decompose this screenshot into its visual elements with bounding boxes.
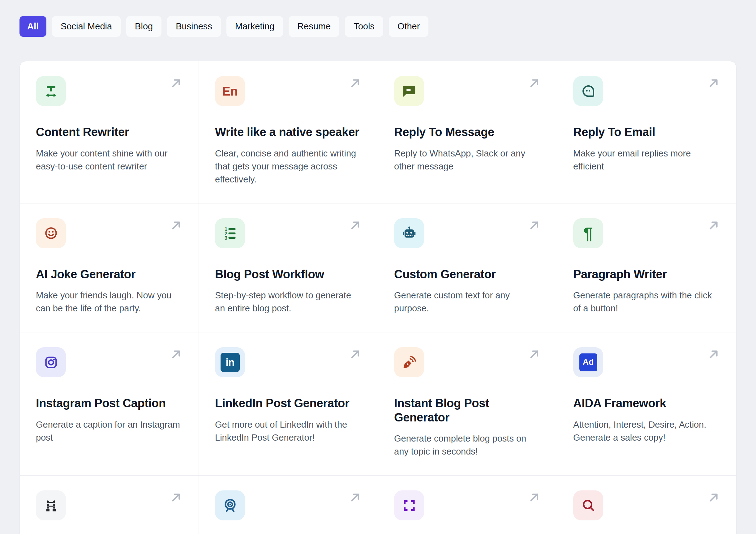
card-description: Generate a caption for an Instagram post <box>36 418 182 444</box>
open-arrow-icon[interactable] <box>706 490 721 505</box>
card-description: Step-by-step workflow to generate an ent… <box>215 289 362 315</box>
card-linkedin-post-generator[interactable]: in LinkedIn Post Generator Get more out … <box>199 333 378 475</box>
filter-pill-resume[interactable]: Resume <box>289 16 339 37</box>
card-description: Make your email replies more efficient <box>573 147 720 173</box>
card-title: Reply To Email <box>573 125 720 140</box>
card-custom-generator[interactable]: Custom Generator Generate custom text fo… <box>378 203 557 333</box>
open-arrow-icon[interactable] <box>526 347 542 362</box>
card-title: Custom Generator <box>394 267 541 282</box>
message-dots-icon <box>573 76 603 106</box>
filter-pill-tools[interactable]: Tools <box>345 16 383 37</box>
expand-corners-icon <box>394 491 424 521</box>
instagram-icon <box>36 347 66 377</box>
card-reply-to-email[interactable]: Reply To Email Make your email replies m… <box>557 61 736 203</box>
card-paragraph-writer[interactable]: ¶ Paragraph Writer Generate paragraphs w… <box>557 203 736 333</box>
open-arrow-icon[interactable] <box>168 75 184 91</box>
card-description: Make your friends laugh. Now you can be … <box>36 289 182 315</box>
card-title: Write like a native speaker <box>215 125 362 140</box>
card-description: Generate paragraphs with the click of a … <box>573 289 720 315</box>
card-title: LinkedIn Post Generator <box>215 396 362 411</box>
card-title: AI Joke Generator <box>36 267 182 282</box>
magnifier-icon <box>573 491 603 521</box>
open-arrow-icon[interactable] <box>526 218 542 233</box>
card-title: Instant Blog Post Generator <box>394 396 541 425</box>
card-description: Make your content shine with our easy-to… <box>36 147 182 173</box>
card-title: Blog Post Workflow <box>215 267 362 282</box>
card-write-like-native-speaker[interactable]: En Write like a native speaker Clear, co… <box>199 61 378 203</box>
open-arrow-icon[interactable] <box>526 490 542 505</box>
smiley-icon <box>36 218 66 248</box>
open-arrow-icon[interactable] <box>526 75 542 91</box>
card-title: Content Rewriter <box>36 125 182 140</box>
filter-pill-all[interactable]: All <box>19 16 46 37</box>
card-instant-blog-post-generator[interactable]: Instant Blog Post Generator Generate com… <box>378 333 557 475</box>
open-arrow-icon[interactable] <box>706 75 721 91</box>
open-arrow-icon[interactable] <box>347 218 363 233</box>
open-arrow-icon[interactable] <box>168 490 184 505</box>
card-content-rewriter[interactable]: Content Rewriter Make your content shine… <box>20 61 199 203</box>
filter-pill-social-media[interactable]: Social Media <box>52 16 121 37</box>
open-arrow-icon[interactable] <box>168 218 184 233</box>
target-stand-icon <box>215 491 245 521</box>
template-card-grid: Content Rewriter Make your content shine… <box>19 61 737 534</box>
card-aida-framework[interactable]: Ad AIDA Framework Attention, Interest, D… <box>557 333 736 475</box>
open-arrow-icon[interactable] <box>347 490 363 505</box>
english-language-icon: En <box>215 76 245 106</box>
pen-signal-icon <box>394 347 424 377</box>
filter-pill-blog[interactable]: Blog <box>126 16 161 37</box>
card-content-summarizer[interactable]: Content Summarizer <box>557 475 736 534</box>
card-title: Paragraph Writer <box>573 267 720 282</box>
ad-tile-icon: Ad <box>573 347 603 377</box>
card-title: Instagram Post Caption <box>36 396 182 411</box>
filter-pill-marketing[interactable]: Marketing <box>227 16 283 37</box>
ad-logo: Ad <box>580 354 597 371</box>
filter-pill-other[interactable]: Other <box>389 16 429 37</box>
robot-icon <box>394 218 424 248</box>
card-sentence-expander[interactable]: Sentence Expander <box>378 475 557 534</box>
open-arrow-icon[interactable] <box>706 218 721 233</box>
card-blog-post-workflow[interactable]: Blog Post Workflow Step-by-step workflow… <box>199 203 378 333</box>
icon-text: ¶ <box>583 225 593 242</box>
card-description: Get more out of LinkedIn with the Linked… <box>215 418 362 444</box>
card-ai-joke-generator[interactable]: AI Joke Generator Make your friends laug… <box>20 203 199 333</box>
card-pas-framework[interactable]: PAS Framework <box>199 475 378 534</box>
card-instagram-post-caption[interactable]: Instagram Post Caption Generate a captio… <box>20 333 199 475</box>
open-arrow-icon[interactable] <box>347 347 363 362</box>
card-before-after-bridge[interactable]: Before-After-Bridge <box>20 475 199 534</box>
open-arrow-icon[interactable] <box>168 347 184 362</box>
pilcrow-icon: ¶ <box>573 218 603 248</box>
tower-bridge-icon <box>36 491 66 521</box>
category-filter-bar: All Social Media Blog Business Marketing… <box>19 16 737 37</box>
text-width-icon <box>36 76 66 106</box>
icon-text: En <box>222 85 238 97</box>
card-description: Reply to WhatsApp, Slack or any other me… <box>394 147 541 173</box>
open-arrow-icon[interactable] <box>347 75 363 91</box>
card-description: Generate complete blog posts on any topi… <box>394 432 541 458</box>
card-description: Clear, concise and authentic writing tha… <box>215 147 362 186</box>
card-title: Reply To Message <box>394 125 541 140</box>
linkedin-logo: in <box>221 353 240 372</box>
open-arrow-icon[interactable] <box>706 347 721 362</box>
filter-pill-business[interactable]: Business <box>167 16 221 37</box>
linkedin-icon: in <box>215 347 245 377</box>
chat-bubble-icon <box>394 76 424 106</box>
card-description: Attention, Interest, Desire, Action. Gen… <box>573 418 720 444</box>
card-reply-to-message[interactable]: Reply To Message Reply to WhatsApp, Slac… <box>378 61 557 203</box>
card-title: AIDA Framework <box>573 396 720 411</box>
card-description: Generate custom text for any purpose. <box>394 289 541 315</box>
numbered-list-icon <box>215 218 245 248</box>
